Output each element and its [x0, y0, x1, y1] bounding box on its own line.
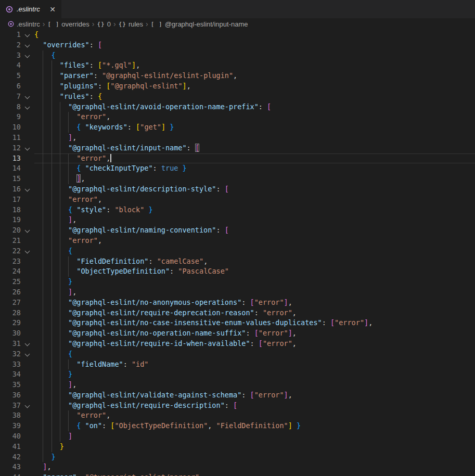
fold-icon[interactable]: [21, 184, 34, 195]
line-number[interactable]: 32: [0, 349, 21, 359]
code-line-content[interactable]: ],: [34, 133, 475, 143]
line-number[interactable]: 36: [0, 390, 21, 401]
code-line[interactable]: 43 ],: [0, 462, 475, 472]
code-line[interactable]: 37 "@graphql-eslint/require-description"…: [0, 401, 475, 411]
line-number[interactable]: 35: [0, 380, 21, 390]
code-line-content[interactable]: }: [34, 452, 475, 462]
breadcrumb-item-rules[interactable]: {}rules: [119, 20, 143, 28]
code-line-content[interactable]: "error",: [34, 195, 475, 205]
fold-icon[interactable]: [21, 30, 34, 40]
line-number[interactable]: 8: [0, 102, 21, 112]
code-line-content[interactable]: "@graphql-eslint/validate-against-schema…: [34, 390, 475, 401]
code-line-content[interactable]: ],: [34, 462, 475, 472]
line-number[interactable]: 40: [0, 431, 21, 442]
line-number[interactable]: 43: [0, 462, 21, 472]
code-line-content[interactable]: }: [34, 369, 475, 380]
code-line[interactable]: 34 }: [0, 369, 475, 380]
code-line[interactable]: 7 "rules": {: [0, 92, 475, 102]
code-line[interactable]: 3 {: [0, 50, 475, 61]
code-line-content[interactable]: "fieldName": "id": [34, 359, 475, 370]
code-line[interactable]: 11 ],: [0, 133, 475, 143]
code-line[interactable]: 8 "@graphql-eslint/avoid-operation-name-…: [0, 102, 475, 112]
fold-icon[interactable]: [21, 143, 34, 153]
code-line[interactable]: 6 "plugins": ["@graphql-eslint"],: [0, 81, 475, 92]
line-number[interactable]: 7: [0, 92, 21, 102]
breadcrumb-item-0[interactable]: {}0: [97, 20, 110, 28]
line-number[interactable]: 21: [0, 236, 21, 246]
code-line-content[interactable]: ],: [34, 215, 475, 225]
line-number[interactable]: 19: [0, 215, 21, 225]
breadcrumb-item--eslintrc[interactable]: .eslintrc: [7, 20, 40, 28]
line-number[interactable]: 22: [0, 246, 21, 256]
code-line[interactable]: 24 "ObjectTypeDefinition": "PascalCase": [0, 266, 475, 277]
code-line[interactable]: 33 "fieldName": "id": [0, 359, 475, 370]
code-line-content[interactable]: "overrides": [: [34, 40, 475, 50]
fold-icon[interactable]: [21, 102, 34, 112]
code-line[interactable]: 25 }: [0, 277, 475, 287]
code-line-content[interactable]: ],: [34, 380, 475, 390]
breadcrumb-item-overrides[interactable]: [ ]overrides: [47, 20, 89, 28]
code-line[interactable]: 1{: [0, 30, 475, 40]
code-line-content[interactable]: "@graphql-eslint/no-anonymous-operations…: [34, 298, 475, 308]
line-number[interactable]: 38: [0, 410, 21, 421]
line-number[interactable]: 14: [0, 163, 21, 174]
code-line[interactable]: 15 ],: [0, 174, 475, 184]
line-number[interactable]: 9: [0, 112, 21, 122]
code-line-content[interactable]: }: [34, 277, 475, 287]
line-number[interactable]: 31: [0, 339, 21, 349]
line-number[interactable]: 23: [0, 256, 21, 267]
code-line[interactable]: 31 "@graphql-eslint/require-id-when-avai…: [0, 339, 475, 349]
line-number[interactable]: 42: [0, 452, 21, 462]
code-line-content[interactable]: "@graphql-eslint/require-description": [: [34, 401, 475, 411]
code-line[interactable]: 27 "@graphql-eslint/no-anonymous-operati…: [0, 298, 475, 308]
code-line-content[interactable]: }: [34, 442, 475, 452]
code-line-content[interactable]: {: [34, 50, 475, 61]
code-line[interactable]: 4 "files": ["*.gql"],: [0, 60, 475, 71]
code-line[interactable]: 42 }: [0, 452, 475, 462]
line-number[interactable]: 20: [0, 225, 21, 236]
line-number[interactable]: 33: [0, 359, 21, 370]
fold-icon[interactable]: [21, 246, 34, 256]
fold-icon[interactable]: [21, 50, 34, 61]
line-number[interactable]: 1: [0, 30, 21, 40]
code-line[interactable]: 35 ],: [0, 380, 475, 390]
line-number[interactable]: 24: [0, 266, 21, 277]
code-line[interactable]: 9 "error",: [0, 112, 475, 122]
line-number[interactable]: 26: [0, 287, 21, 298]
code-line[interactable]: 44 "parser": "@typescript-eslint/parser": [0, 472, 475, 476]
code-line-content[interactable]: "@graphql-eslint/require-id-when-availab…: [34, 339, 475, 349]
code-line[interactable]: 30 "@graphql-eslint/no-operation-name-su…: [0, 328, 475, 339]
line-number[interactable]: 16: [0, 184, 21, 195]
code-line-content[interactable]: "rules": {: [34, 92, 475, 102]
code-line[interactable]: 17 "error",: [0, 195, 475, 205]
code-line[interactable]: 16 "@graphql-eslint/description-style": …: [0, 184, 475, 195]
code-line-content[interactable]: { "style": "block" }: [34, 205, 475, 215]
code-line-content[interactable]: {: [34, 246, 475, 256]
line-number[interactable]: 4: [0, 60, 21, 71]
line-number[interactable]: 44: [0, 472, 21, 476]
code-line-content[interactable]: "error",: [34, 153, 475, 164]
line-number[interactable]: 25: [0, 277, 21, 287]
line-number[interactable]: 37: [0, 401, 21, 411]
code-line[interactable]: 29 "@graphql-eslint/no-case-insensitive-…: [0, 318, 475, 328]
code-line-content[interactable]: ]: [34, 431, 475, 442]
code-line-content[interactable]: "@graphql-eslint/avoid-operation-name-pr…: [34, 102, 475, 112]
line-number[interactable]: 39: [0, 421, 21, 431]
code-line[interactable]: 18 { "style": "block" }: [0, 205, 475, 215]
line-number[interactable]: 5: [0, 71, 21, 81]
code-line-content[interactable]: "@graphql-eslint/description-style": [: [34, 184, 475, 195]
code-line-content[interactable]: "error",: [34, 112, 475, 122]
code-line-content[interactable]: { "checkInputType": true }: [34, 163, 475, 174]
code-line[interactable]: 32 {: [0, 349, 475, 359]
code-line-content[interactable]: "error",: [34, 236, 475, 246]
code-line[interactable]: 26 ],: [0, 287, 475, 298]
code-line[interactable]: 36 "@graphql-eslint/validate-against-sch…: [0, 390, 475, 401]
line-number[interactable]: 3: [0, 50, 21, 61]
code-line-content[interactable]: { "keywords": ["get"] }: [34, 122, 475, 133]
code-line[interactable]: 41 }: [0, 442, 475, 452]
code-line-content[interactable]: "error",: [34, 410, 475, 421]
line-number[interactable]: 13: [0, 153, 21, 164]
line-number[interactable]: 11: [0, 133, 21, 143]
code-line[interactable]: 40 ]: [0, 431, 475, 442]
code-line-content[interactable]: "ObjectTypeDefinition": "PascalCase": [34, 266, 475, 277]
